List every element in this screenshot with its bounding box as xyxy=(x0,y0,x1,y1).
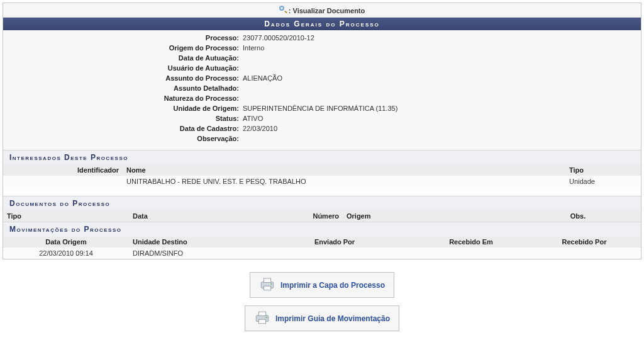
col-nome: Nome xyxy=(123,164,565,176)
col-tipo: Tipo xyxy=(565,164,641,176)
col-mov-data-origem: Data Origem xyxy=(3,236,129,247)
value-assunto-processo: ALIENAÇÃO xyxy=(243,74,637,82)
col-doc-origem: Origem xyxy=(343,210,515,222)
col-identificador: Identificador xyxy=(3,164,123,176)
table-interessados: Identificador Nome Tipo UNITRABALHO - RE… xyxy=(3,164,641,187)
printer-icon xyxy=(259,276,275,293)
col-mov-unidade-destino: Unidade Destino xyxy=(129,236,255,247)
cell-identificador xyxy=(3,176,123,187)
cell-tipo: Unidade xyxy=(565,176,641,187)
table-header-row: Identificador Nome Tipo xyxy=(3,164,641,176)
table-movimentacoes: Data Origem Unidade Destino Enviado Por … xyxy=(3,236,641,259)
svg-rect-2 xyxy=(264,286,270,290)
section-dados-gerais: Dados Gerais do Processo xyxy=(3,18,641,30)
col-mov-recebido-por: Recebido Por xyxy=(528,236,641,247)
col-doc-data: Data xyxy=(129,210,267,222)
svg-rect-5 xyxy=(258,312,265,316)
label-unidade-origem: Unidade de Origem: xyxy=(7,105,243,112)
label-processo: Processo: xyxy=(7,34,243,42)
table-row: UNITRABALHO - REDE UNIV. EST. E PESQ. TR… xyxy=(3,176,641,187)
col-mov-enviado-por: Enviado Por xyxy=(255,236,414,247)
table-documentos: Tipo Data Número Origem Obs. xyxy=(3,210,641,222)
label-natureza-processo: Natureza do Processo: xyxy=(7,94,243,102)
value-usuario-autuacao xyxy=(243,64,637,72)
page-title-bar: : Visualizar Documento xyxy=(3,3,641,18)
printer-icon xyxy=(254,310,270,327)
cell-mov-recebido-em xyxy=(414,247,528,259)
print-guia-label: Imprimir Guia de Movimentação xyxy=(275,314,390,323)
value-status: ATIVO xyxy=(243,115,637,122)
cell-mov-enviado-por xyxy=(255,247,414,259)
value-assunto-detalhado xyxy=(243,84,637,92)
cell-mov-data-origem: 22/03/2010 09:14 xyxy=(3,247,129,259)
label-data-autuacao: Data de Autuação: xyxy=(7,54,243,62)
label-assunto-processo: Assunto do Processo: xyxy=(7,74,243,82)
table-header-row: Tipo Data Número Origem Obs. xyxy=(3,210,641,222)
col-doc-obs: Obs. xyxy=(515,210,641,222)
section-movimentacoes: Movimentações do Processo xyxy=(3,222,641,236)
label-data-cadastro: Data de Cadastro: xyxy=(7,125,243,132)
label-usuario-autuacao: Usuário de Autuação: xyxy=(7,64,243,72)
print-capa-label: Imprimir a Capa do Processo xyxy=(280,281,385,290)
page-title: Visualizar Documento xyxy=(293,7,365,14)
value-data-cadastro: 22/03/2010 xyxy=(243,125,637,132)
table-header-row: Data Origem Unidade Destino Enviado Por … xyxy=(3,236,641,247)
cell-nome: UNITRABALHO - REDE UNIV. EST. E PESQ. TR… xyxy=(123,176,565,187)
label-status: Status: xyxy=(7,115,243,122)
label-observacao: Observação: xyxy=(7,135,243,142)
value-observacao xyxy=(243,135,637,142)
cell-mov-unidade-destino: DIRADM/SINFO xyxy=(129,247,255,259)
label-assunto-detalhado: Assunto Detalhado: xyxy=(7,84,243,92)
search-icon xyxy=(279,6,287,13)
svg-point-7 xyxy=(265,317,267,318)
value-unidade-origem: SUPERINTENDÊNCIA DE INFORMÁTICA (11.35) xyxy=(243,105,637,112)
value-processo: 23077.000520/2010-12 xyxy=(243,34,637,42)
fields-block: Processo:23077.000520/2010-12 Origem do … xyxy=(3,30,641,150)
table-row: 22/03/2010 09:14 DIRADM/SINFO xyxy=(3,247,641,259)
col-doc-numero: Número xyxy=(267,210,343,222)
svg-point-3 xyxy=(270,283,272,285)
print-capa-button[interactable]: Imprimir a Capa do Processo xyxy=(250,272,394,298)
value-origem-processo: Interno xyxy=(243,44,637,52)
value-data-autuacao xyxy=(243,54,637,62)
svg-rect-6 xyxy=(258,319,265,324)
print-guia-button[interactable]: Imprimir Guia de Movimentação xyxy=(245,305,399,331)
section-documentos: Documentos do Processo xyxy=(3,196,641,210)
col-mov-recebido-em: Recebido Em xyxy=(414,236,528,247)
cell-mov-recebido-por xyxy=(528,247,641,259)
col-doc-tipo: Tipo xyxy=(3,210,129,222)
section-interessados: Interessados Deste Processo xyxy=(3,150,641,164)
label-origem-processo: Origem do Processo: xyxy=(7,44,243,52)
value-natureza-processo xyxy=(243,94,637,102)
svg-rect-1 xyxy=(264,278,270,283)
